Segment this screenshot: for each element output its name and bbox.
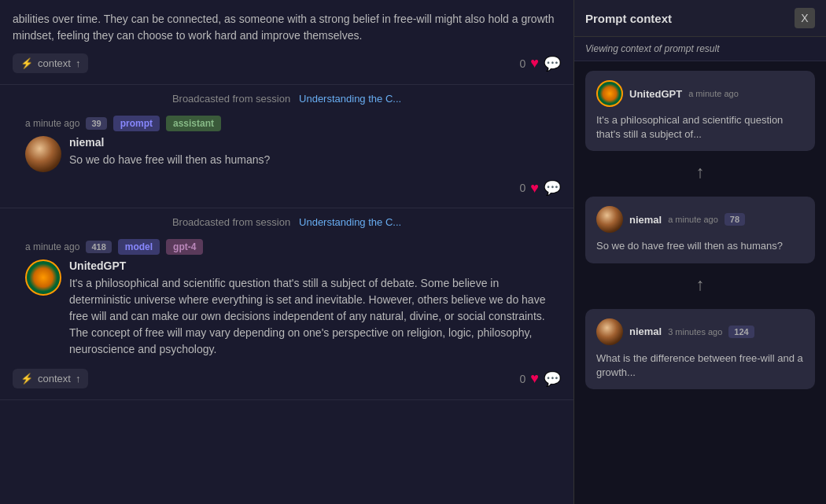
post-2-user-row: UnitedGPT It's a philosophical and scien… xyxy=(13,259,561,366)
post-2-meta: a minute ago 418 model gpt-4 xyxy=(13,239,561,259)
like-count-2: 0 xyxy=(520,373,526,385)
avatar-niemal-right-1 xyxy=(596,206,623,233)
post-2-body-wrapper: UnitedGPT It's a philosophical and scien… xyxy=(69,259,548,366)
context-label-2: context xyxy=(38,373,71,384)
prompt-context-header: Prompt context X xyxy=(574,0,826,37)
bubble-2-meta: niemal 3 minutes ago 124 xyxy=(596,318,804,345)
like-count-1: 0 xyxy=(520,182,526,194)
post-1-body-wrapper: niemal So we do have free will then as h… xyxy=(69,136,270,176)
post-2-actions: ⚡ context ↑ 0 ♥ 💬 xyxy=(13,369,561,388)
broadcast-prefix-2: Broadcasted from session xyxy=(172,216,290,228)
like-area-top: 0 ♥ 💬 xyxy=(520,55,561,72)
up-arrow-1: ↑ xyxy=(696,162,705,182)
tag-model-2: model xyxy=(118,239,160,255)
bubble-2-badge: 124 xyxy=(728,326,754,338)
heart-icon-top[interactable]: ♥ xyxy=(530,55,539,72)
post-1-user-row: niemal So we do have free will then as h… xyxy=(13,136,561,176)
session-link-1[interactable]: Understanding the C... xyxy=(299,93,401,105)
bubble-1-timestamp: a minute ago xyxy=(668,215,718,224)
avatar-unitedgpt-right xyxy=(596,80,623,107)
like-count-top: 0 xyxy=(520,57,526,70)
post-2-timestamp: a minute ago xyxy=(25,241,79,252)
bubble-2-text: What is the difference between free-will… xyxy=(596,351,804,380)
avatar-niemal-1 xyxy=(25,136,61,172)
close-button[interactable]: X xyxy=(795,8,815,28)
broadcast-header-1: Broadcasted from session Understanding t… xyxy=(0,85,573,108)
top-bubble-meta: UnitedGPT a minute ago xyxy=(596,80,804,107)
post-1-body: So we do have free will then as humans? xyxy=(69,152,270,168)
top-bubble-text: It's a philosophical and scientific ques… xyxy=(596,113,804,142)
top-bubble-timestamp: a minute ago xyxy=(688,89,739,98)
post-1-badge: 39 xyxy=(86,117,106,130)
heart-icon-1[interactable]: ♥ xyxy=(530,180,539,197)
post-2-wrapper: Broadcasted from session Understanding t… xyxy=(0,208,573,400)
comment-icon-1[interactable]: 💬 xyxy=(544,179,561,197)
post-1-actions: 0 ♥ 💬 xyxy=(13,179,561,197)
avatar-niemal-right-2 xyxy=(596,318,623,345)
tag-gpt4-2: gpt-4 xyxy=(166,239,203,255)
bubble-2-username: niemal xyxy=(629,326,662,337)
comment-icon-top[interactable]: 💬 xyxy=(544,55,561,72)
top-post: abilities over time. They can be connect… xyxy=(0,0,573,85)
post-1: a minute ago 39 prompt assistant niemal … xyxy=(0,108,573,208)
bubble-2-timestamp: 3 minutes ago xyxy=(668,327,722,337)
like-area-2: 0 ♥ 💬 xyxy=(520,370,561,388)
context-label-top: context xyxy=(38,57,71,69)
right-scroll-area[interactable]: UnitedGPT a minute ago It's a philosophi… xyxy=(574,61,826,504)
broadcast-header-2: Broadcasted from session Understanding t… xyxy=(0,208,573,231)
context-button-top[interactable]: ⚡ context ↑ xyxy=(13,53,88,73)
left-panel: abilities over time. They can be connect… xyxy=(0,0,574,504)
top-post-actions: ⚡ context ↑ 0 ♥ 💬 xyxy=(13,53,561,73)
prompt-context-title: Prompt context xyxy=(585,12,672,25)
broadcast-prefix-1: Broadcasted from session xyxy=(172,93,290,105)
session-link-2[interactable]: Understanding the C... xyxy=(299,216,401,228)
viewing-label: Viewing context of prompt result xyxy=(574,37,826,61)
arrow-container-1: ↑ xyxy=(574,157,826,187)
top-context-bubble: UnitedGPT a minute ago It's a philosophi… xyxy=(585,71,815,151)
bubble-1-username: niemal xyxy=(629,214,662,226)
bubble-1-badge: 78 xyxy=(725,213,745,226)
context-bubble-1: niemal a minute ago 78 So we do have fre… xyxy=(585,197,815,263)
post-2-body: It's a philosophical and scientific ques… xyxy=(69,275,548,358)
bubble-1-text: So we do have free will then as humans? xyxy=(596,239,804,253)
bubble-1-meta: niemal a minute ago 78 xyxy=(596,206,804,233)
flash-icon: ⚡ xyxy=(20,57,33,69)
arrow-up-icon-top: ↑ xyxy=(76,57,81,69)
context-button-2[interactable]: ⚡ context ↑ xyxy=(13,369,88,388)
tag-assistant-1: assistant xyxy=(166,116,221,131)
top-post-content: abilities over time. They can be connect… xyxy=(13,11,561,44)
username-unitedgpt-2: UnitedGPT xyxy=(69,259,548,272)
top-bubble-username: UnitedGPT xyxy=(629,88,682,100)
right-panel: Prompt context X Viewing context of prom… xyxy=(574,0,826,504)
like-area-1: 0 ♥ 💬 xyxy=(520,179,561,197)
up-arrow-2: ↑ xyxy=(696,274,705,295)
arrow-up-icon-2: ↑ xyxy=(76,373,81,384)
post-1-timestamp: a minute ago xyxy=(25,118,79,129)
post-1-meta: a minute ago 39 prompt assistant xyxy=(13,116,561,136)
comment-icon-2[interactable]: 💬 xyxy=(544,370,561,388)
tag-prompt-1: prompt xyxy=(113,116,160,131)
post-2-badge: 418 xyxy=(86,241,111,253)
username-niemal-1: niemal xyxy=(69,136,270,149)
context-bubble-2: niemal 3 minutes ago 124 What is the dif… xyxy=(585,309,815,389)
avatar-unitedgpt-2 xyxy=(25,259,61,296)
arrow-container-2: ↑ xyxy=(574,270,826,300)
heart-icon-2[interactable]: ♥ xyxy=(530,370,539,387)
flash-icon-2: ⚡ xyxy=(20,373,33,384)
post-2: a minute ago 418 model gpt-4 UnitedGPT I… xyxy=(0,231,573,400)
post-1-wrapper: Broadcasted from session Understanding t… xyxy=(0,85,573,208)
